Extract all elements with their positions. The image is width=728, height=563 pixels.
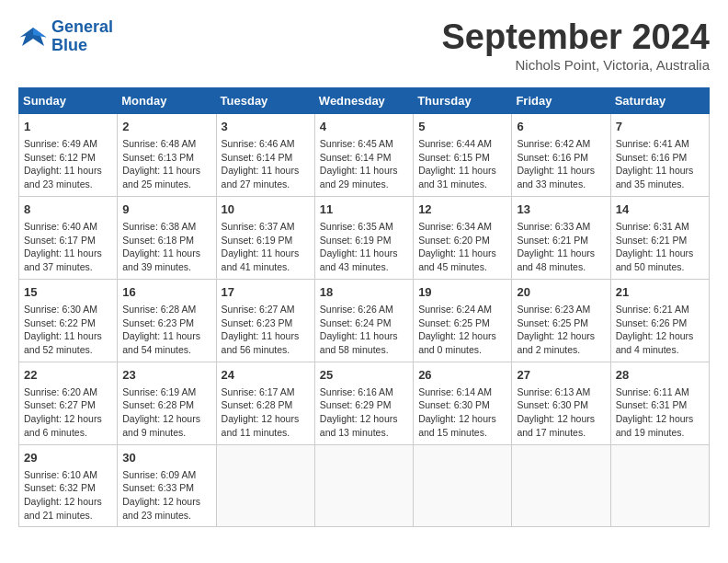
day-number: 23	[122, 367, 210, 384]
day-info: Sunrise: 6:41 AMSunset: 6:16 PMDaylight:…	[616, 137, 704, 191]
day-number: 5	[418, 119, 506, 135]
calendar-cell: 27Sunrise: 6:13 AMSunset: 6:30 PMDayligh…	[512, 362, 610, 444]
calendar-cell: 22Sunrise: 6:20 AMSunset: 6:27 PMDayligh…	[19, 362, 118, 444]
logo-icon	[18, 24, 48, 50]
col-header-monday: Monday	[118, 87, 216, 113]
calendar-cell: 19Sunrise: 6:24 AMSunset: 6:25 PMDayligh…	[414, 279, 512, 362]
day-number: 22	[24, 367, 112, 384]
calendar-cell: 13Sunrise: 6:33 AMSunset: 6:21 PMDayligh…	[512, 196, 610, 279]
day-number: 1	[24, 119, 112, 135]
calendar-cell: 17Sunrise: 6:27 AMSunset: 6:23 PMDayligh…	[216, 279, 314, 362]
calendar-cell: 24Sunrise: 6:17 AMSunset: 6:28 PMDayligh…	[216, 362, 314, 444]
calendar-cell: 4Sunrise: 6:45 AMSunset: 6:14 PMDaylight…	[314, 113, 413, 196]
col-header-wednesday: Wednesday	[314, 87, 413, 113]
day-info: Sunrise: 6:20 AMSunset: 6:27 PMDaylight:…	[24, 385, 112, 440]
calendar-cell: 8Sunrise: 6:40 AMSunset: 6:17 PMDaylight…	[19, 196, 118, 279]
calendar-cell	[512, 444, 610, 527]
calendar-cell: 5Sunrise: 6:44 AMSunset: 6:15 PMDaylight…	[414, 113, 512, 196]
calendar-cell: 11Sunrise: 6:35 AMSunset: 6:19 PMDayligh…	[314, 196, 413, 279]
day-info: Sunrise: 6:26 AMSunset: 6:24 PMDaylight:…	[320, 303, 408, 357]
day-info: Sunrise: 6:35 AMSunset: 6:19 PMDaylight:…	[320, 220, 408, 274]
day-number: 29	[24, 450, 112, 466]
day-info: Sunrise: 6:49 AMSunset: 6:12 PMDaylight:…	[24, 137, 112, 191]
day-info: Sunrise: 6:21 AMSunset: 6:26 PMDaylight:…	[616, 303, 704, 357]
calendar-cell: 1Sunrise: 6:49 AMSunset: 6:12 PMDaylight…	[19, 113, 118, 196]
calendar-row: 1Sunrise: 6:49 AMSunset: 6:12 PMDaylight…	[19, 113, 710, 196]
calendar-cell: 7Sunrise: 6:41 AMSunset: 6:16 PMDaylight…	[610, 113, 709, 196]
day-number: 14	[616, 201, 704, 218]
col-header-thursday: Thursday	[414, 87, 512, 113]
day-number: 17	[222, 284, 310, 301]
calendar-cell	[414, 444, 512, 527]
day-number: 19	[418, 284, 506, 301]
day-number: 26	[418, 367, 506, 384]
calendar-cell: 23Sunrise: 6:19 AMSunset: 6:28 PMDayligh…	[118, 362, 216, 444]
calendar-cell: 15Sunrise: 6:30 AMSunset: 6:22 PMDayligh…	[19, 279, 118, 362]
day-info: Sunrise: 6:44 AMSunset: 6:15 PMDaylight:…	[418, 137, 506, 191]
day-info: Sunrise: 6:13 AMSunset: 6:30 PMDaylight:…	[517, 385, 605, 440]
day-number: 24	[222, 367, 310, 384]
calendar-cell: 20Sunrise: 6:23 AMSunset: 6:25 PMDayligh…	[512, 279, 610, 362]
calendar-cell: 18Sunrise: 6:26 AMSunset: 6:24 PMDayligh…	[314, 279, 413, 362]
calendar-cell	[314, 444, 413, 527]
title-block: September 2024 Nichols Point, Victoria, …	[442, 18, 711, 73]
day-info: Sunrise: 6:31 AMSunset: 6:21 PMDaylight:…	[616, 220, 704, 274]
day-number: 12	[418, 201, 506, 218]
day-info: Sunrise: 6:16 AMSunset: 6:29 PMDaylight:…	[320, 385, 408, 440]
calendar-cell: 25Sunrise: 6:16 AMSunset: 6:29 PMDayligh…	[314, 362, 413, 444]
calendar-cell	[610, 444, 709, 527]
logo: General Blue	[18, 18, 113, 55]
day-info: Sunrise: 6:45 AMSunset: 6:14 PMDaylight:…	[320, 137, 408, 191]
day-number: 15	[24, 284, 112, 301]
calendar-row: 22Sunrise: 6:20 AMSunset: 6:27 PMDayligh…	[19, 362, 710, 444]
calendar-cell: 26Sunrise: 6:14 AMSunset: 6:30 PMDayligh…	[414, 362, 512, 444]
calendar-cell	[216, 444, 314, 527]
day-number: 25	[320, 367, 408, 384]
logo-text: General Blue	[51, 18, 113, 55]
day-number: 13	[517, 201, 605, 218]
calendar-cell: 28Sunrise: 6:11 AMSunset: 6:31 PMDayligh…	[610, 362, 709, 444]
day-number: 21	[616, 284, 704, 301]
day-info: Sunrise: 6:10 AMSunset: 6:32 PMDaylight:…	[24, 468, 112, 523]
day-info: Sunrise: 6:42 AMSunset: 6:16 PMDaylight:…	[517, 137, 605, 191]
day-info: Sunrise: 6:33 AMSunset: 6:21 PMDaylight:…	[517, 220, 605, 274]
day-info: Sunrise: 6:40 AMSunset: 6:17 PMDaylight:…	[24, 220, 112, 274]
day-number: 16	[122, 284, 210, 301]
day-info: Sunrise: 6:27 AMSunset: 6:23 PMDaylight:…	[222, 303, 310, 357]
day-number: 11	[320, 201, 408, 218]
location: Nichols Point, Victoria, Australia	[442, 57, 711, 73]
day-info: Sunrise: 6:19 AMSunset: 6:28 PMDaylight:…	[122, 385, 210, 440]
day-info: Sunrise: 6:24 AMSunset: 6:25 PMDaylight:…	[418, 303, 506, 357]
calendar-cell: 30Sunrise: 6:09 AMSunset: 6:33 PMDayligh…	[118, 444, 216, 527]
calendar-cell: 14Sunrise: 6:31 AMSunset: 6:21 PMDayligh…	[610, 196, 709, 279]
calendar-cell: 16Sunrise: 6:28 AMSunset: 6:23 PMDayligh…	[118, 279, 216, 362]
calendar-row: 8Sunrise: 6:40 AMSunset: 6:17 PMDaylight…	[19, 196, 710, 279]
day-number: 20	[517, 284, 605, 301]
day-info: Sunrise: 6:48 AMSunset: 6:13 PMDaylight:…	[122, 137, 210, 191]
day-info: Sunrise: 6:14 AMSunset: 6:30 PMDaylight:…	[418, 385, 506, 440]
col-header-saturday: Saturday	[610, 87, 709, 113]
calendar-cell: 9Sunrise: 6:38 AMSunset: 6:18 PMDaylight…	[118, 196, 216, 279]
calendar-header-row: SundayMondayTuesdayWednesdayThursdayFrid…	[19, 87, 710, 113]
day-info: Sunrise: 6:17 AMSunset: 6:28 PMDaylight:…	[222, 385, 310, 440]
day-number: 3	[222, 119, 310, 135]
day-number: 7	[616, 119, 704, 135]
day-info: Sunrise: 6:09 AMSunset: 6:33 PMDaylight:…	[122, 468, 210, 523]
calendar-cell: 12Sunrise: 6:34 AMSunset: 6:20 PMDayligh…	[414, 196, 512, 279]
day-info: Sunrise: 6:11 AMSunset: 6:31 PMDaylight:…	[616, 385, 704, 440]
day-info: Sunrise: 6:23 AMSunset: 6:25 PMDaylight:…	[517, 303, 605, 357]
day-number: 27	[517, 367, 605, 384]
calendar-cell: 10Sunrise: 6:37 AMSunset: 6:19 PMDayligh…	[216, 196, 314, 279]
calendar-row: 15Sunrise: 6:30 AMSunset: 6:22 PMDayligh…	[19, 279, 710, 362]
calendar-row: 29Sunrise: 6:10 AMSunset: 6:32 PMDayligh…	[19, 444, 710, 527]
day-number: 18	[320, 284, 408, 301]
day-info: Sunrise: 6:28 AMSunset: 6:23 PMDaylight:…	[122, 303, 210, 357]
day-number: 4	[320, 119, 408, 135]
month-title: September 2024	[442, 18, 711, 57]
day-number: 9	[122, 201, 210, 218]
day-number: 30	[122, 450, 210, 466]
day-number: 6	[517, 119, 605, 135]
day-info: Sunrise: 6:34 AMSunset: 6:20 PMDaylight:…	[418, 220, 506, 274]
day-info: Sunrise: 6:30 AMSunset: 6:22 PMDaylight:…	[24, 303, 112, 357]
day-info: Sunrise: 6:37 AMSunset: 6:19 PMDaylight:…	[222, 220, 310, 274]
